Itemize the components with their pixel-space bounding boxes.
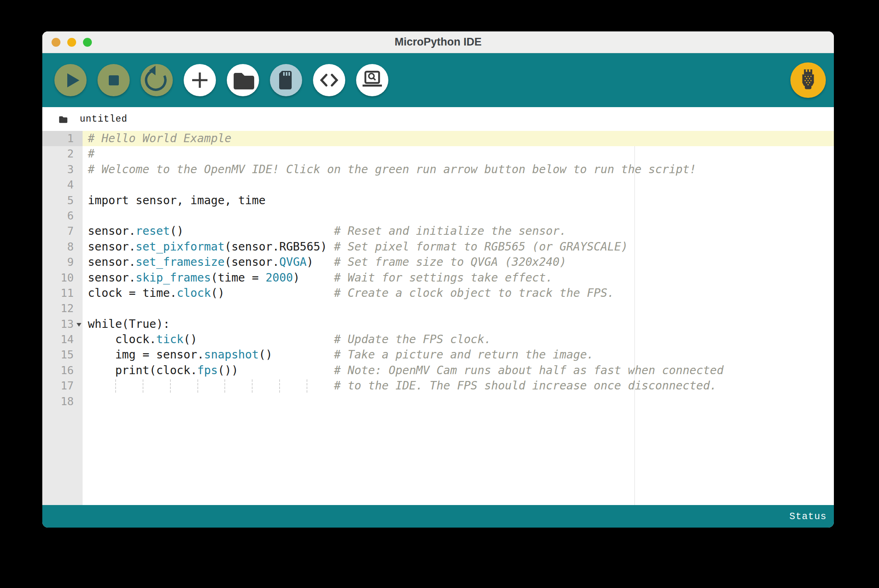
code-icon <box>313 64 345 96</box>
code-text: sensor. <box>88 271 136 284</box>
run-script-button[interactable] <box>54 64 87 96</box>
firmware-icon <box>792 64 825 97</box>
code-text: () <box>259 348 334 361</box>
indent-guide <box>224 379 225 392</box>
indent-guide <box>279 379 280 392</box>
code-method: clock <box>177 286 211 300</box>
code-method: tick <box>156 333 184 346</box>
new-file-button[interactable] <box>184 64 216 96</box>
indent-guide <box>115 379 116 392</box>
code-line[interactable]: # <box>83 146 834 161</box>
code-comment: # Take a picture and return the image. <box>334 348 594 361</box>
code-text: sensor. <box>88 240 136 253</box>
line-number: 5 <box>42 193 83 208</box>
code-comment: # Set frame size to QVGA (320x240) <box>334 255 566 269</box>
code-text: ) <box>293 271 334 284</box>
code-comment: # Update the FPS clock. <box>334 333 491 346</box>
line-number: 11 <box>42 286 83 301</box>
code-text: clock. <box>88 333 156 346</box>
code-text: (sensor.RGB565) <box>224 240 334 253</box>
code-text: () <box>184 333 334 346</box>
code-method: set_framesize <box>136 255 225 269</box>
line-number: 3 <box>42 162 83 177</box>
status-label: Status <box>790 511 827 522</box>
line-number: 8 <box>42 239 83 255</box>
code-line[interactable]: print(clock.fps()) # Note: OpenMV Cam ru… <box>83 363 834 378</box>
reload-icon <box>141 64 173 96</box>
code-line[interactable] <box>83 301 834 316</box>
code-line[interactable]: # Hello World Example <box>83 131 834 146</box>
code-comment: # Note: OpenMV Cam runs about half as fa… <box>334 364 724 377</box>
indent-guide <box>252 379 253 392</box>
code-button[interactable] <box>313 64 345 96</box>
play-icon <box>54 64 87 96</box>
line-number-gutter: 123456789101112131415161718 <box>42 131 83 505</box>
code-line[interactable]: clock.tick() # Update the FPS clock. <box>83 332 834 347</box>
line-number: 7 <box>42 224 83 239</box>
desktop: MicroPython IDE untitled 123456789101112… <box>0 0 879 588</box>
code-text: ) <box>307 255 334 269</box>
code-line[interactable] <box>83 177 834 193</box>
line-number: 16 <box>42 363 83 378</box>
indent-guide <box>170 379 171 392</box>
line-number: 4 <box>42 177 83 193</box>
code-comment: # Set pixel format to RGB565 (or GRAYSCA… <box>334 240 628 253</box>
toolbar-buttons <box>54 53 388 107</box>
plus-icon <box>184 64 216 96</box>
code-method: snapshot <box>204 348 259 361</box>
line-number: 9 <box>42 255 83 270</box>
code-line[interactable]: # Welcome to the OpenMV IDE! Click on th… <box>83 162 834 177</box>
code-text: sensor. <box>88 255 136 269</box>
reset-button[interactable] <box>141 64 173 96</box>
line-number: 10 <box>42 270 83 286</box>
line-number: 13 <box>42 317 83 332</box>
code-text: while(True): <box>88 317 170 331</box>
folder-icon <box>56 113 70 126</box>
code-text: img = sensor. <box>88 348 204 361</box>
code-comment: # Create a clock object to track the FPS… <box>334 286 614 300</box>
code-line[interactable]: import sensor, image, time <box>83 193 834 208</box>
code-line[interactable]: sensor.set_pixformat(sensor.RGB565) # Se… <box>83 239 834 255</box>
code-comment: # <box>88 147 95 160</box>
line-number: 1 <box>42 131 83 146</box>
code-text: import sensor, image, time <box>88 194 265 207</box>
code-editor[interactable]: 123456789101112131415161718 # Hello Worl… <box>42 131 834 505</box>
code-line[interactable] <box>83 208 834 224</box>
line-number: 14 <box>42 332 83 347</box>
code-line[interactable]: sensor.reset() # Reset and initialize th… <box>83 224 834 239</box>
code-comment: # to the IDE. The FPS should increase on… <box>334 379 717 392</box>
code-text: (time = <box>211 271 265 284</box>
firmware-button[interactable] <box>790 62 826 98</box>
code-line[interactable]: while(True): <box>83 317 834 332</box>
code-method: skip_frames <box>136 271 211 284</box>
code-comment: # Hello World Example <box>88 132 231 145</box>
code-text: ()) <box>218 364 334 377</box>
stop-icon <box>97 64 130 96</box>
stop-script-button[interactable] <box>97 64 130 96</box>
tab-untitled[interactable]: untitled <box>56 113 127 126</box>
code-comment: # Wait for settings take effect. <box>334 271 553 284</box>
code-line[interactable] <box>83 394 834 409</box>
screen-search-button[interactable] <box>356 64 388 96</box>
line-number: 18 <box>42 394 83 409</box>
code-method: reset <box>136 224 170 238</box>
code-text <box>88 379 334 392</box>
code-line[interactable]: img = sensor.snapshot() # Take a picture… <box>83 347 834 362</box>
open-folder-button[interactable] <box>227 64 259 96</box>
sdcard-icon <box>270 64 302 96</box>
indent-guide <box>307 379 307 392</box>
code-line[interactable]: sensor.skip_frames(time = 2000) # Wait f… <box>83 270 834 286</box>
app-window: MicroPython IDE untitled 123456789101112… <box>42 31 834 528</box>
code-line[interactable]: clock = time.clock() # Create a clock ob… <box>83 286 834 301</box>
code-area[interactable]: # Hello World Example## Welcome to the O… <box>83 131 834 409</box>
line-number: 2 <box>42 146 83 161</box>
code-text: () <box>170 224 334 238</box>
code-text: (sensor. <box>224 255 279 269</box>
line-number: 6 <box>42 208 83 224</box>
sd-card-button[interactable] <box>270 64 302 96</box>
code-line[interactable]: # to the IDE. The FPS should increase on… <box>83 378 834 393</box>
code-comment: # Reset and initialize the sensor. <box>334 224 566 238</box>
fold-arrow-icon[interactable] <box>77 323 81 327</box>
line-number: 17 <box>42 378 83 393</box>
code-line[interactable]: sensor.set_framesize(sensor.QVGA) # Set … <box>83 255 834 270</box>
